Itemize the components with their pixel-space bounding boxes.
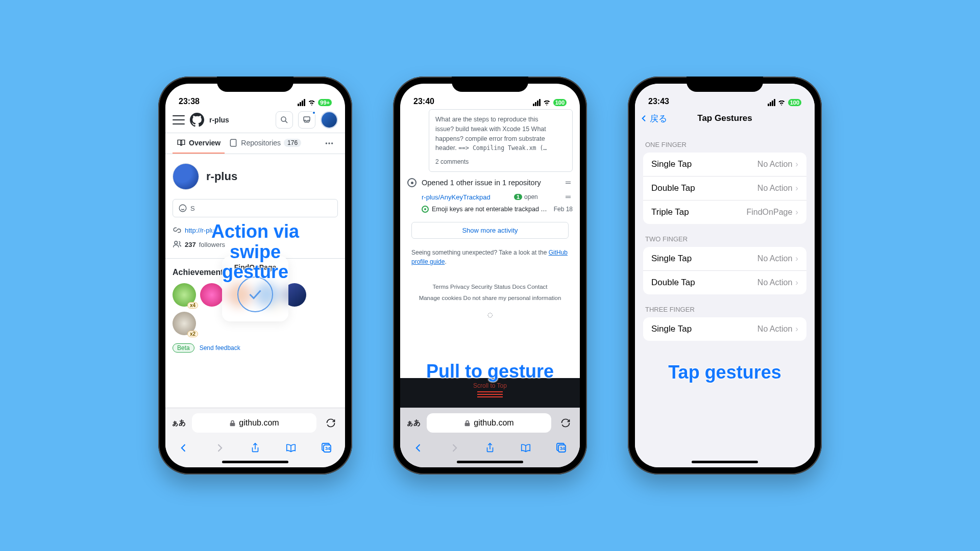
card-comments: 2 comments <box>435 157 566 166</box>
activity-event[interactable]: Opened 1 other issue in 1 repository <box>407 178 573 187</box>
issue-row[interactable]: Emoji keys are not enterable trackpad … … <box>422 206 573 213</box>
url-domain: github.com <box>474 418 513 428</box>
header-username[interactable]: r-plus <box>209 116 271 124</box>
url-field[interactable]: github.com <box>427 413 551 433</box>
caption-text: Pull to gesture <box>426 361 554 382</box>
share-icon <box>250 442 261 454</box>
status-time: 23:43 <box>648 97 669 106</box>
overlay-caption: Action via swipe gesture <box>210 221 300 282</box>
profile-avatar[interactable] <box>173 163 199 190</box>
content: 戻る Tap Gestures ONE FINGER Single TapNo … <box>635 107 815 467</box>
github-logo-icon[interactable] <box>190 113 204 127</box>
share-button[interactable] <box>248 441 262 455</box>
lock-icon <box>464 420 471 427</box>
group-three-finger: Single TapNo Action› <box>643 317 806 341</box>
search-button[interactable] <box>276 111 293 129</box>
row-triple-tap[interactable]: Triple TapFindOnPage› <box>643 201 806 224</box>
bookmarks-button[interactable] <box>284 441 298 455</box>
issue-opened-icon <box>407 178 416 187</box>
event-title: Opened 1 other issue in 1 repository <box>422 179 541 187</box>
row-single-tap[interactable]: Single TapNo Action› <box>643 153 806 177</box>
section-two-finger: TWO FINGER <box>635 224 815 247</box>
achievement-badge[interactable] <box>200 283 224 307</box>
battery-badge: 100 <box>553 99 567 106</box>
bookmarks-button[interactable] <box>519 441 533 455</box>
reload-button[interactable] <box>557 415 574 431</box>
reload-button[interactable] <box>323 415 339 431</box>
section-one-finger: ONE FINGER <box>635 130 815 153</box>
status-right: 99+ <box>298 99 332 106</box>
row-value: No Action <box>757 278 792 287</box>
show-more-button[interactable]: Show more activity <box>411 222 569 239</box>
achievement-badge[interactable]: x2 <box>173 312 196 335</box>
expand-icon[interactable] <box>564 192 573 202</box>
book-open-icon <box>520 442 532 454</box>
cellular-icon <box>768 99 775 106</box>
tabs-count: 34 <box>560 446 565 451</box>
card-line: happens? compile error from substrate <box>435 135 545 142</box>
nav-bar: 戻る Tap Gestures <box>635 107 815 130</box>
share-icon <box>484 442 496 454</box>
notch <box>687 77 763 92</box>
github-header: r-plus <box>165 107 345 133</box>
event-repo[interactable]: r-plus/AnyKeyTrackpad 1 open <box>422 192 573 202</box>
svg-point-3 <box>331 142 333 144</box>
tabs-button[interactable]: 34 <box>320 441 334 455</box>
phone-1: 23:38 99+ r-plus <box>158 77 352 474</box>
hamburger-icon[interactable] <box>173 115 185 124</box>
caption-text: Action via swipe gesture <box>211 221 299 282</box>
search-icon <box>280 115 289 124</box>
url-field[interactable]: github.com <box>192 413 316 433</box>
row-label: Single Tap <box>651 159 692 169</box>
wifi-icon <box>307 99 316 106</box>
group-one-finger: Single TapNo Action› Double TapNo Action… <box>643 153 806 224</box>
share-button[interactable] <box>483 441 497 455</box>
row-label: Triple Tap <box>651 207 689 217</box>
inbox-button[interactable] <box>298 111 315 129</box>
issue-card[interactable]: What are the steps to reproduce this iss… <box>429 109 573 172</box>
text-size-button[interactable]: ぁあ <box>172 418 186 428</box>
row-single-tap[interactable]: Single TapNo Action› <box>643 247 806 271</box>
row-label: Double Tap <box>651 278 695 288</box>
overlay-caption: Tap gestures <box>668 362 781 383</box>
back-button[interactable] <box>177 441 191 455</box>
footer-row[interactable]: Terms Privacy Security Status Docs Conta… <box>433 284 548 290</box>
tab-overview[interactable]: Overview <box>173 133 225 154</box>
achievement-badge[interactable]: x4 <box>173 283 196 307</box>
safari-address-bar: ぁあ github.com <box>165 408 345 438</box>
expand-icon[interactable] <box>564 178 573 187</box>
notch <box>217 77 293 92</box>
back-button[interactable]: 戻る <box>640 113 667 124</box>
pull-gesture-area[interactable]: Scroll to Top <box>400 378 580 408</box>
home-indicator <box>692 461 758 463</box>
footer-row[interactable]: Manage cookies Do not share my personal … <box>419 295 561 301</box>
notch <box>452 77 528 92</box>
svg-point-2 <box>328 142 330 144</box>
issue-date: Feb 18 <box>554 206 573 213</box>
phone-3: 23:43 100 戻る Tap Gestures ONE FINGER Sin… <box>628 77 822 474</box>
battery-badge: 99+ <box>318 99 332 106</box>
text-size-button[interactable]: ぁあ <box>406 418 421 428</box>
pull-action-label: Scroll to Top <box>400 382 580 389</box>
back-button[interactable] <box>411 441 426 455</box>
avatar[interactable] <box>321 111 338 129</box>
tabs-more-button[interactable] <box>321 135 338 152</box>
pull-lines-icon <box>400 391 580 397</box>
row-double-tap[interactable]: Double TapNo Action› <box>643 177 806 201</box>
row-double-tap[interactable]: Double TapNo Action› <box>643 271 806 294</box>
tabs-count: 34 <box>325 446 330 451</box>
status-field[interactable]: S <box>173 199 338 217</box>
forward-button[interactable] <box>447 441 461 455</box>
battery-badge: 100 <box>788 99 801 106</box>
home-indicator <box>222 461 288 463</box>
card-code: ==> Compiling Tweak.xm (… <box>458 144 547 152</box>
card-line: What are the steps to reproduce this <box>435 116 538 123</box>
tab-repositories[interactable]: Repositories 176 <box>225 133 305 154</box>
forward-button[interactable] <box>212 441 227 455</box>
repo-count-badge: 176 <box>284 139 301 147</box>
tabs-button[interactable]: 34 <box>554 441 569 455</box>
send-feedback-link[interactable]: Send feedback <box>200 344 240 352</box>
profile-name: r-plus <box>206 170 237 183</box>
chevron-right-icon: › <box>795 183 798 193</box>
row-single-tap[interactable]: Single TapNo Action› <box>643 317 806 341</box>
